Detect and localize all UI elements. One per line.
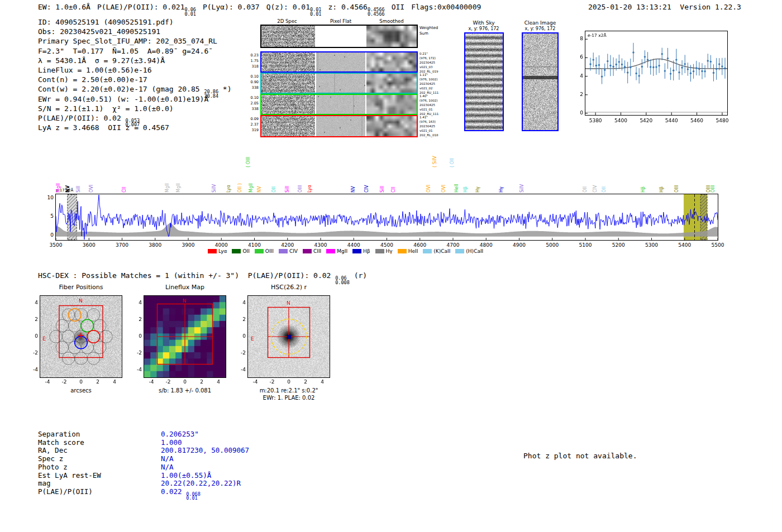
inset-spectrum-plot: [585, 31, 727, 115]
legend-label: HeII: [408, 248, 418, 254]
full-spectrum-plot: [56, 194, 718, 240]
emission-line-label: MgII: [176, 183, 181, 193]
legend-label: OII: [242, 248, 249, 254]
legend-label: Hγ: [386, 248, 393, 254]
y-tick-label: 2: [131, 317, 142, 322]
pixel-flat-blank-cell: [316, 26, 365, 47]
emission-line-label: Hβ: [463, 186, 468, 193]
emission-line-label: Lyα: [307, 185, 312, 193]
x-tick-label: 4600: [412, 242, 428, 248]
match-field-value: 1.000: [161, 439, 182, 447]
emission-line-label: OIII: [298, 185, 303, 193]
clean-image-panel: [522, 32, 559, 131]
match-field-label: Photo z: [38, 463, 161, 472]
spec2d-row-annotation: 1.40"(976, 1002)20230425v021_01202_RU_11…: [419, 94, 444, 117]
emission-line-label: Hγ: [475, 186, 480, 193]
spec2d-row: [260, 115, 418, 137]
emission-line-label: SiII: [380, 186, 385, 193]
match-field-value: N/A: [161, 455, 174, 463]
x-tick-label: 5200: [610, 242, 627, 248]
x-tick-label: -4: [41, 379, 54, 385]
y-tick-label: 0: [235, 333, 246, 339]
legend-label: CIII: [313, 248, 321, 254]
x-tick-label: 3700: [114, 242, 131, 248]
summary-line: Cont(n) = 2.50(±0.00)e-17: [38, 75, 232, 84]
x-tick-label: 3600: [80, 242, 97, 248]
fiber-positions-title: Fiber Positions: [59, 284, 103, 291]
emission-line-label: Hβ: [641, 186, 646, 193]
summary-line: P(LAE)/P(OII): 0.02 0.0530.007: [38, 113, 232, 123]
match-field-value: 200.817230, 50.009067: [161, 447, 249, 455]
stacked-uncertainty: 0.060.008: [335, 276, 350, 285]
spec2d-row-annotation: 1.11"(976, 1002)20230425v021_02202_RU_11…: [419, 73, 444, 95]
x-tick-label: 5000: [544, 242, 561, 248]
legend-label: (K)CaII: [433, 248, 450, 254]
legend-swatch: [232, 249, 241, 253]
emission-line-label: Hγ: [499, 186, 504, 193]
spec2d-row-annotation: WeightedSum: [419, 25, 444, 36]
x-tick-label: 4900: [511, 242, 528, 248]
emission-line-label: OIII: [674, 185, 679, 193]
emission-line-label: Lyα: [226, 185, 231, 193]
stacked-uncertainty: 0.060.01: [184, 8, 196, 16]
y-tick-label: 4: [131, 300, 142, 305]
x-tick-label: 0: [282, 379, 295, 385]
legend-item: OII: [232, 248, 249, 254]
x-tick-label: 5400: [676, 242, 693, 248]
hsc-caption-2: EWr: 1. PLAE: 0.02: [263, 395, 315, 401]
match-table-row: Separation0.206253": [38, 430, 249, 439]
summary-line: S/N = 2.1(±1.1) χ² = 1.0(±0.0): [38, 104, 232, 113]
y-tick-label: -4: [235, 367, 246, 372]
emission-line-label: ( OII: [450, 158, 455, 167]
match-table-row: mag20.22(20.22,20.22)R: [38, 480, 249, 488]
emission-line-label: OIII: [711, 185, 716, 193]
full-spectrum-frame: [55, 194, 718, 241]
spec2d-row: [260, 94, 418, 115]
catalog-match-table: Separation0.206253"Match score1.000RA, D…: [38, 430, 249, 501]
y-tick-label: 4: [235, 300, 246, 305]
match-table-row: Est LyA rest-EW1.00(±0.55)Å: [38, 472, 249, 480]
spec2d-cell-image: [366, 26, 417, 47]
spec2d-row-annotation: 0.21"(976, 172)20230425v021_03202_RL_019: [419, 52, 444, 74]
y-tick-label: -2: [131, 350, 142, 356]
emission-line-label: MgII: [56, 183, 61, 193]
legend-label: Hβ: [363, 248, 370, 254]
x-tick-label: -4: [249, 379, 262, 385]
match-field-label: Separation: [38, 430, 161, 439]
x-tick-label: 4: [212, 379, 225, 385]
legend-swatch: [303, 249, 312, 253]
legend-item: (K)CaII: [423, 248, 450, 254]
match-field-label: Spec z: [38, 455, 161, 463]
with-sky-title: With Sky: [473, 20, 494, 26]
legend-item: (H)CaII: [455, 248, 483, 254]
spec2d-cell-image: [316, 95, 365, 114]
emission-line-label: OVI: [426, 185, 431, 193]
y-tick-label: -4: [131, 367, 142, 372]
match-field-label: mag: [38, 480, 161, 488]
legend-swatch: [375, 249, 384, 253]
header-metric: Flags:0x00400009: [411, 3, 481, 11]
spec2d-row-scale-labels: 0.102.05338: [244, 95, 259, 112]
legend-item: Hβ: [352, 248, 370, 254]
photz-note: Phot z plot not available.: [523, 451, 637, 461]
summary-line: LineFlux = 1.00(±0.56)e-16: [38, 65, 232, 75]
x-tick-label: 5420: [637, 118, 655, 123]
legend-swatch: [326, 249, 335, 253]
y-tick-label: 5: [44, 213, 54, 219]
match-table-row: RA, Dec200.817230, 50.009067: [38, 447, 249, 455]
match-field-value: 0.022 0.0680.01: [161, 488, 201, 501]
hsc-thumbnail-title: HSC(26.2) r: [271, 284, 307, 291]
y-tick-label: 0: [27, 333, 38, 339]
x-tick-label: 4700: [445, 242, 461, 248]
emission-line-label: SiII: [285, 186, 290, 193]
x-tick-label: 4300: [312, 242, 329, 248]
summary-line: EWr = 0.94(±0.51) (w: -1.00(±0.01)e19)Å: [38, 94, 232, 104]
lower-value: 0.4566: [368, 12, 385, 17]
with-sky-coords: x, y: 976, 172: [469, 26, 499, 31]
legend-swatch: [455, 249, 464, 253]
summary-line: Primary Spec_Slot_IFU_AMP: 202_035_074_R…: [38, 36, 232, 46]
header-metric: P(Lyα): 0.037: [203, 3, 260, 11]
y-tick-label: 2: [573, 92, 583, 97]
summary-line: Obs: 20230425v021_4090525191: [38, 27, 232, 36]
x-tick-label: 4400: [345, 242, 362, 248]
